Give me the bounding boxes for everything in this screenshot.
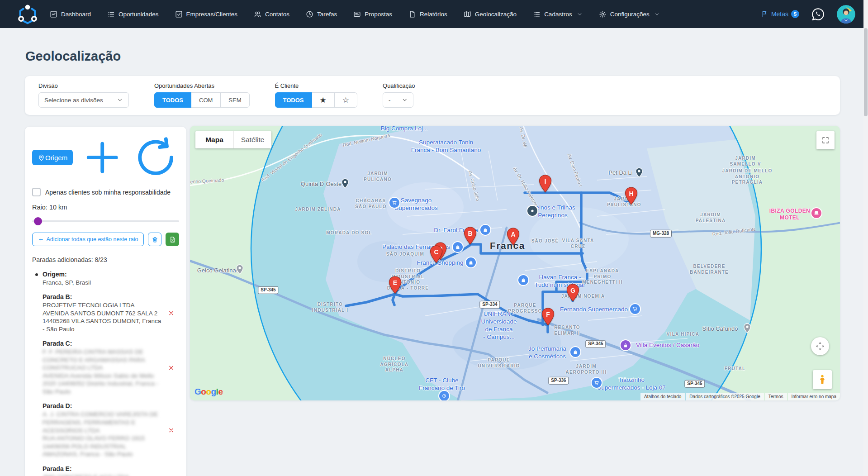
google-logo[interactable]: Google <box>194 387 223 397</box>
pink-poi-icon[interactable] <box>811 208 821 218</box>
dot-poi-icon[interactable] <box>439 391 449 400</box>
pan-control-button[interactable] <box>811 337 829 355</box>
attribution-link[interactable]: Informar erro no mapa <box>788 393 840 400</box>
google-logo-letter: o <box>201 387 206 396</box>
origin-button[interactable]: Origem <box>32 150 73 165</box>
cart-poi-icon[interactable] <box>592 378 602 388</box>
poi-pin-icon[interactable] <box>342 178 349 189</box>
bullet <box>35 273 38 276</box>
circle-slate-poi-icon[interactable] <box>527 206 537 216</box>
fullscreen-button[interactable] <box>816 131 835 149</box>
nav-item-dashboard[interactable]: Dashboard <box>50 10 91 18</box>
pegman-button[interactable] <box>813 370 832 389</box>
map-marker-I[interactable]: I <box>539 175 552 193</box>
attribution-link[interactable]: Atalhos do teclado <box>640 393 685 400</box>
card-icon <box>353 10 361 18</box>
only-my-clients-checkbox-row[interactable]: Apenas clientes sob minha responsabilida… <box>32 188 179 196</box>
remove-stop-button[interactable] <box>168 364 175 371</box>
client-star-filled-button[interactable]: ★ <box>312 92 335 108</box>
user-avatar[interactable] <box>837 5 855 24</box>
export-excel-button[interactable] <box>166 233 179 246</box>
bag-poi-icon[interactable] <box>466 257 476 267</box>
nav-item-propostas[interactable]: Propostas <box>353 10 392 18</box>
stop-title: Parada D: <box>43 402 162 409</box>
qualification-select[interactable]: - <box>383 92 413 108</box>
poi-pin-icon[interactable] <box>744 323 751 333</box>
poi-pin-icon[interactable] <box>236 264 244 275</box>
clear-stops-button[interactable] <box>148 233 161 246</box>
nav-item-tarefas[interactable]: Tarefas <box>306 10 337 18</box>
cart-poi-icon[interactable] <box>630 304 640 314</box>
remove-stop-button[interactable] <box>168 310 175 317</box>
poi-pin-icon[interactable] <box>636 167 643 178</box>
slider-thumb[interactable] <box>34 217 42 225</box>
client-star-outline-button[interactable]: ☆ <box>335 92 357 108</box>
map-marker-C[interactable]: C <box>430 245 443 263</box>
plus-icon <box>38 237 44 243</box>
division-select-value: Selecione as divisões <box>44 97 103 104</box>
attribution-link[interactable]: Dados cartográficos ©2025 Google <box>686 393 764 400</box>
nav-item-contatos[interactable]: Contatos <box>254 10 289 18</box>
checkbox-label: Apenas clientes sob minha responsabilida… <box>45 189 171 196</box>
refresh-button[interactable] <box>132 134 179 181</box>
bag-poi-icon[interactable] <box>570 347 580 357</box>
nav-item-label: Geolocalização <box>475 11 517 18</box>
slider-track[interactable] <box>32 220 179 222</box>
stop-list-item: Parada B:PROJETIVE TECNOLOGIA LTDAAVENID… <box>32 293 179 333</box>
bag-poi-icon[interactable] <box>518 275 528 285</box>
metas-button[interactable]: Metas 5 <box>761 10 799 18</box>
add-stop-button[interactable] <box>79 134 126 181</box>
opportunities-all-button[interactable]: TODOS <box>154 92 191 108</box>
app-logo[interactable] <box>17 4 38 24</box>
excel-file-icon <box>169 236 176 243</box>
remove-stop-button[interactable] <box>168 427 175 434</box>
cart-poi-icon[interactable] <box>389 198 399 208</box>
division-select[interactable]: Selecione as divisões <box>38 92 129 108</box>
scrollbar-thumb[interactable] <box>864 28 868 116</box>
nav-item-geolocalizacao[interactable]: Geolocalização <box>464 10 517 18</box>
nav-item-empresas-clientes[interactable]: Empresas/Clientes <box>175 10 237 18</box>
client-all-button[interactable]: TODOS <box>275 92 312 108</box>
opportunities-with-button[interactable]: COM <box>191 92 221 108</box>
opportunities-without-button[interactable]: SEM <box>221 92 249 108</box>
bag-poi-icon[interactable] <box>453 242 463 252</box>
opportunities-label: Oportunidades Abertas <box>154 82 250 89</box>
map-marker-E[interactable]: E <box>389 276 402 294</box>
page-scrollbar[interactable] <box>863 0 868 476</box>
map-marker-G[interactable]: G <box>566 284 579 302</box>
nav-item-label: Relatórios <box>420 11 447 18</box>
add-all-in-radius-button[interactable]: Adicionar todas que estão neste raio <box>32 233 144 246</box>
star-outline-icon: ☆ <box>342 96 349 104</box>
origin-title: Origem: <box>43 271 91 278</box>
attribution-link[interactable]: Termos <box>765 393 787 400</box>
svg-text:A: A <box>511 231 515 238</box>
map-canvas[interactable]: Big Compra Loj...Superatacado Tonin Fran… <box>190 126 840 400</box>
svg-text:E: E <box>393 279 397 286</box>
nav-item-label: Configurações <box>610 11 650 18</box>
nav-item-relatorios[interactable]: Relatórios <box>408 10 447 18</box>
map-marker-H[interactable]: H <box>625 187 638 205</box>
svg-text:I: I <box>544 178 546 185</box>
map-type-satellite-button[interactable]: Satélite <box>233 131 271 148</box>
stop-address-line: F. F. PEREIRA CINTRA MASSAS DE CONCRETO … <box>43 348 162 372</box>
map-marker-B[interactable]: B <box>464 227 477 245</box>
qualification-label: Qualificação <box>383 82 415 89</box>
fullscreen-icon <box>821 136 830 144</box>
map-type-control: Mapa Satélite <box>195 131 271 148</box>
nav-item-oportunidades[interactable]: Oportunidades <box>107 10 159 18</box>
map-type-map-button[interactable]: Mapa <box>195 131 233 148</box>
nav-item-cadastros[interactable]: Cadastros <box>533 10 583 18</box>
nav-item-configuracoes[interactable]: Configurações <box>599 10 660 18</box>
radius-slider[interactable] <box>32 217 179 225</box>
stops-count: Paradas adicionadas: 8/23 <box>32 256 179 263</box>
google-logo-letter: o <box>206 387 211 396</box>
stop-list-item: Parada E:JMG CONCRETO E ACO LTDARUA JOAQ… <box>32 465 179 476</box>
map-marker-A[interactable]: A <box>507 228 520 246</box>
map-marker-F[interactable]: F <box>541 308 555 326</box>
stop-title: Parada C: <box>43 340 162 347</box>
event-poi-icon[interactable] <box>621 340 631 350</box>
whatsapp-icon[interactable] <box>811 7 825 21</box>
google-logo-letter: g <box>211 387 216 396</box>
checkbox[interactable] <box>32 188 41 196</box>
bag-poi-icon[interactable] <box>480 225 490 235</box>
